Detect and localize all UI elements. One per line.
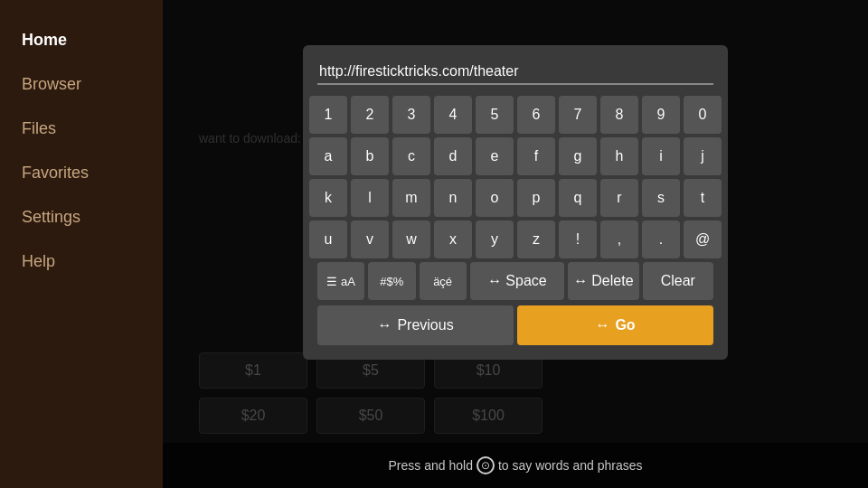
key-clear[interactable]: Clear (643, 262, 713, 300)
key-h[interactable]: h (600, 137, 638, 175)
key-x[interactable]: x (434, 221, 472, 258)
key-p[interactable]: p (517, 179, 555, 217)
key-2[interactable]: 2 (351, 96, 389, 134)
key-o[interactable]: o (476, 179, 514, 217)
key-n[interactable]: n (434, 179, 472, 217)
key-g[interactable]: g (559, 137, 597, 175)
key-t[interactable]: t (684, 179, 722, 217)
key-symbol-mode[interactable]: ☰ aA (317, 262, 364, 300)
key-a[interactable]: a (309, 137, 347, 175)
key-w[interactable]: w (392, 221, 430, 258)
key-space[interactable]: ↔Space (470, 262, 565, 300)
action-row: ↔ Previous ↔ Go (317, 305, 713, 345)
key-hash-mode[interactable]: #$% (368, 262, 415, 300)
key-u[interactable]: u (309, 221, 347, 258)
go-button[interactable]: ↔ Go (517, 305, 713, 345)
key-0[interactable]: 0 (684, 96, 722, 134)
key-9[interactable]: 9 (642, 96, 680, 134)
key-k[interactable]: k (309, 179, 347, 217)
alpha-row-1: a b c d e f g h i j (317, 137, 713, 175)
previous-button[interactable]: ↔ Previous (317, 305, 514, 345)
key-l[interactable]: l (351, 179, 389, 217)
key-s[interactable]: s (642, 179, 680, 217)
key-q[interactable]: q (559, 179, 597, 217)
key-exclaim[interactable]: ! (559, 221, 597, 258)
key-d[interactable]: d (434, 137, 472, 175)
key-e[interactable]: e (476, 137, 514, 175)
key-v[interactable]: v (351, 221, 389, 258)
sidebar-item-browser[interactable]: Browser (0, 62, 163, 107)
key-period[interactable]: . (642, 221, 680, 258)
key-y[interactable]: y (476, 221, 514, 258)
microphone-icon: ⊙ (476, 456, 495, 474)
special-row: ☰ aA #$% äçé ↔Space ↔Delete Clear (317, 262, 713, 300)
sidebar-item-home[interactable]: Home (0, 18, 163, 62)
key-i[interactable]: i (642, 137, 680, 175)
key-7[interactable]: 7 (559, 96, 597, 134)
key-z[interactable]: z (517, 221, 555, 258)
key-4[interactable]: 4 (434, 96, 472, 134)
key-r[interactable]: r (600, 179, 638, 217)
sidebar-item-favorites[interactable]: Favorites (0, 151, 163, 195)
key-3[interactable]: 3 (392, 96, 430, 134)
number-row: 1 2 3 4 5 6 7 8 9 0 (317, 96, 713, 134)
sidebar-item-files[interactable]: Files (0, 107, 163, 151)
key-8[interactable]: 8 (600, 96, 638, 134)
go-icon: ↔ (595, 317, 609, 333)
virtual-keyboard: 1 2 3 4 5 6 7 8 9 0 a b c d e f g h (317, 96, 713, 300)
key-b[interactable]: b (351, 137, 389, 175)
sidebar: Home Browser Files Favorites Settings He… (0, 0, 163, 488)
key-1[interactable]: 1 (309, 96, 347, 134)
sidebar-item-settings[interactable]: Settings (0, 195, 163, 239)
alpha-row-2: k l m n o p q r s t (317, 179, 713, 217)
url-input[interactable] (317, 60, 713, 85)
hint-bar: Press and hold ⊙ to say words and phrase… (163, 443, 868, 488)
key-5[interactable]: 5 (476, 96, 514, 134)
alpha-row-3: u v w x y z ! , . @ (317, 221, 713, 258)
keyboard-dialog: 1 2 3 4 5 6 7 8 9 0 a b c d e f g h (303, 45, 728, 360)
dialog-overlay: 1 2 3 4 5 6 7 8 9 0 a b c d e f g h (163, 0, 868, 488)
key-j[interactable]: j (684, 137, 722, 175)
url-input-wrapper[interactable] (317, 60, 713, 85)
key-c[interactable]: c (392, 137, 430, 175)
key-delete[interactable]: ↔Delete (568, 262, 638, 300)
key-at[interactable]: @ (684, 221, 722, 258)
key-accent-mode[interactable]: äçé (420, 262, 467, 300)
key-f[interactable]: f (517, 137, 555, 175)
sidebar-item-help[interactable]: Help (0, 239, 163, 284)
key-m[interactable]: m (392, 179, 430, 217)
key-6[interactable]: 6 (517, 96, 555, 134)
previous-icon: ↔ (377, 317, 392, 333)
key-comma[interactable]: , (600, 221, 638, 258)
